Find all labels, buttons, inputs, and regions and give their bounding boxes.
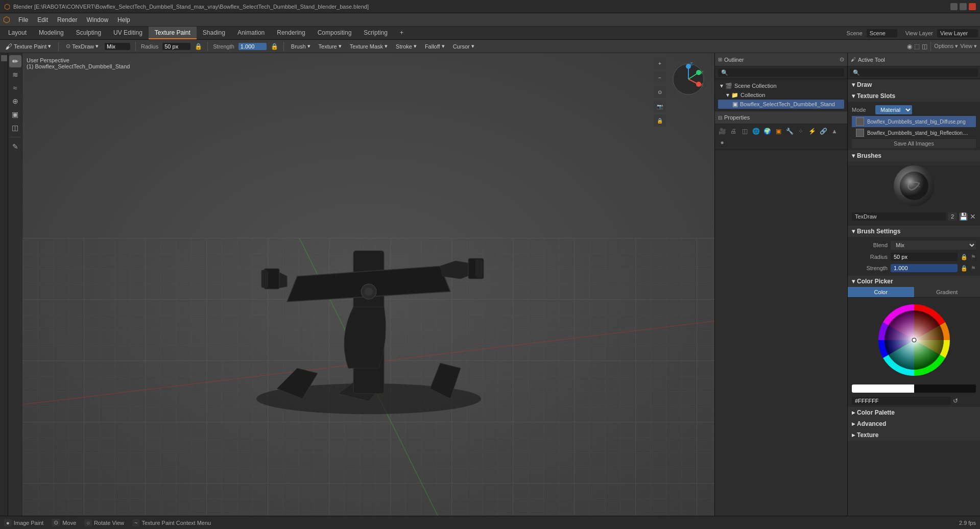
texture-mask-menu[interactable]: Texture Mask ▾ <box>348 42 390 51</box>
advanced-title[interactable]: ▸ Advanced <box>848 418 980 429</box>
texture-slot-0[interactable]: Bowflex_Dumbbells_stand_big_Diffuse.png <box>852 116 976 127</box>
brushes-section-title[interactable]: ▾ Brushes <box>848 150 980 161</box>
tab-compositing[interactable]: Compositing <box>312 27 358 39</box>
falloff-menu[interactable]: Falloff ▾ <box>423 42 447 51</box>
constraint-props-icon[interactable]: 🔗 <box>818 126 828 136</box>
draw-section-title[interactable]: ▾ Draw <box>848 79 980 90</box>
tab-add[interactable]: + <box>394 27 410 39</box>
options-menu[interactable]: Options ▾ <box>934 43 958 50</box>
editor-type-button[interactable] <box>1 55 7 61</box>
strength-prop-key[interactable]: ⚑ <box>971 265 976 272</box>
cursor-menu[interactable]: Cursor ▾ <box>451 42 476 51</box>
tab-animation[interactable]: Animation <box>231 27 271 39</box>
tab-scripting[interactable]: Scripting <box>357 27 394 39</box>
brush-delete-icon[interactable]: ✕ <box>970 212 976 221</box>
mode-select[interactable]: Material <box>875 105 912 114</box>
scene-input[interactable] <box>867 29 897 37</box>
color-tab[interactable]: Color <box>848 287 914 297</box>
color-picker-title[interactable]: ▾ Color Picker <box>848 276 980 287</box>
radius-prop-key[interactable]: ⚑ <box>971 254 976 260</box>
strength-prop-value[interactable]: 1.000 <box>891 264 958 272</box>
mode-selector[interactable]: 🖌 Texture Paint ▾ <box>3 41 53 52</box>
sidebar-search[interactable] <box>850 68 978 77</box>
zoom-out-button[interactable]: − <box>654 71 666 84</box>
radius-prop-lock[interactable]: 🔒 <box>961 254 968 260</box>
texture-slots-title[interactable]: ▾ Texture Slots <box>848 90 980 102</box>
smear-tool[interactable]: ≈ <box>9 82 21 94</box>
save-all-images-button[interactable]: Save All Images <box>852 138 976 148</box>
fill-tool[interactable]: ▣ <box>9 108 21 121</box>
viewport[interactable]: User Perspective (1) Bowflex_SelectTech_… <box>22 53 714 516</box>
viewport-overlay-icon[interactable]: ⬚ <box>914 43 920 50</box>
particle-props-icon[interactable]: ⁘ <box>796 126 806 136</box>
strength-lock-icon[interactable]: 🔒 <box>271 43 278 50</box>
outliner-filter-icon[interactable]: ⊙ <box>840 56 844 63</box>
color-wheel-svg[interactable] <box>876 302 952 378</box>
camera-button[interactable]: 📷 <box>654 100 666 112</box>
brush-settings-title[interactable]: ▾ Brush Settings <box>848 226 980 237</box>
render-props-icon[interactable]: 🎥 <box>717 126 727 136</box>
brush-save-icon[interactable]: 💾 <box>959 212 968 221</box>
color-hex-input[interactable] <box>852 397 951 405</box>
output-props-icon[interactable]: 🖨 <box>728 126 738 136</box>
object-props-icon[interactable]: ▣ <box>773 126 783 136</box>
menu-render[interactable]: Render <box>53 15 81 25</box>
menu-file[interactable]: File <box>14 15 32 25</box>
blend-select[interactable]: Mix <box>891 241 976 250</box>
material-props-icon[interactable]: ● <box>717 137 727 148</box>
maximize-button[interactable] <box>960 3 967 10</box>
color-palette-title[interactable]: ▸ Color Palette <box>848 407 980 418</box>
modifier-props-icon[interactable]: 🔧 <box>784 126 795 136</box>
menu-help[interactable]: Help <box>113 15 134 25</box>
texture-menu[interactable]: Texture ▾ <box>317 42 344 51</box>
brush-menu[interactable]: Brush ▾ <box>289 42 313 51</box>
brush-name-input[interactable]: TexDraw <box>852 212 946 221</box>
tab-texture-paint[interactable]: Texture Paint <box>149 27 197 39</box>
scene-collection-root[interactable]: ▾ 🎬 Scene Collection <box>718 81 844 90</box>
world-props-icon[interactable]: 🌍 <box>762 126 772 136</box>
texture-slot-1[interactable]: Bowflex_Dumbbells_stand_big_Reflection..… <box>852 127 976 138</box>
mask-tool[interactable]: ◫ <box>9 122 21 134</box>
stroke-menu[interactable]: Stroke ▾ <box>394 42 419 51</box>
tab-uv-editing[interactable]: UV Editing <box>107 27 149 39</box>
annotate-tool[interactable]: ✎ <box>9 140 21 153</box>
physics-props-icon[interactable]: ⚡ <box>807 126 817 136</box>
gradient-tab[interactable]: Gradient <box>914 287 981 297</box>
lock-button[interactable]: 🔒 <box>654 114 666 127</box>
menu-window[interactable]: Window <box>82 15 112 25</box>
view-all-button[interactable]: ⊙ <box>654 86 666 98</box>
viewport-shading-icon[interactable]: ◉ <box>907 43 912 50</box>
view-layer-props-icon[interactable]: ◫ <box>739 126 750 136</box>
outliner-search[interactable] <box>718 68 844 77</box>
xray-icon[interactable]: ◫ <box>922 43 927 50</box>
radius-input[interactable] <box>162 43 190 50</box>
draw-mode-selector[interactable]: ⊙ TexDraw ▾ <box>64 42 101 51</box>
radius-lock-icon[interactable]: 🔒 <box>195 43 202 50</box>
tab-sculpting[interactable]: Sculpting <box>70 27 107 39</box>
menu-edit[interactable]: Edit <box>33 15 52 25</box>
tab-shading[interactable]: Shading <box>197 27 231 39</box>
blend-input[interactable] <box>105 43 130 50</box>
soften-tool[interactable]: ≋ <box>9 68 21 81</box>
draw-tool[interactable]: ✏ <box>9 55 21 67</box>
texture-section-title[interactable]: ▸ Texture <box>848 429 980 441</box>
color-wheel-container[interactable] <box>848 298 980 382</box>
close-button[interactable] <box>969 3 976 10</box>
minimize-button[interactable] <box>950 3 958 10</box>
clone-tool[interactable]: ⊕ <box>9 95 21 107</box>
zoom-in-button[interactable]: + <box>654 57 666 69</box>
color-reset-icon[interactable]: ↺ <box>953 397 958 404</box>
strength-prop-lock[interactable]: 🔒 <box>961 265 968 272</box>
collection-item[interactable]: ▾ 📁 Collection <box>718 90 844 100</box>
object-item-0[interactable]: ▣ Bowflex_SelectTech_Dumbbell_Stand <box>718 100 844 109</box>
tab-rendering[interactable]: Rendering <box>271 27 311 39</box>
radius-prop-value[interactable]: 50 px <box>891 253 958 261</box>
orientation-gizmo[interactable]: X Y Z <box>671 61 706 97</box>
data-props-icon[interactable]: ▲ <box>829 126 840 136</box>
tab-layout[interactable]: Layout <box>2 27 33 39</box>
title-bar-controls[interactable] <box>950 3 976 10</box>
view-menu[interactable]: View ▾ <box>960 43 977 50</box>
tab-modeling[interactable]: Modeling <box>33 27 70 39</box>
scene-props-icon[interactable]: 🌐 <box>751 126 761 136</box>
view-layer-input[interactable] <box>937 29 978 37</box>
